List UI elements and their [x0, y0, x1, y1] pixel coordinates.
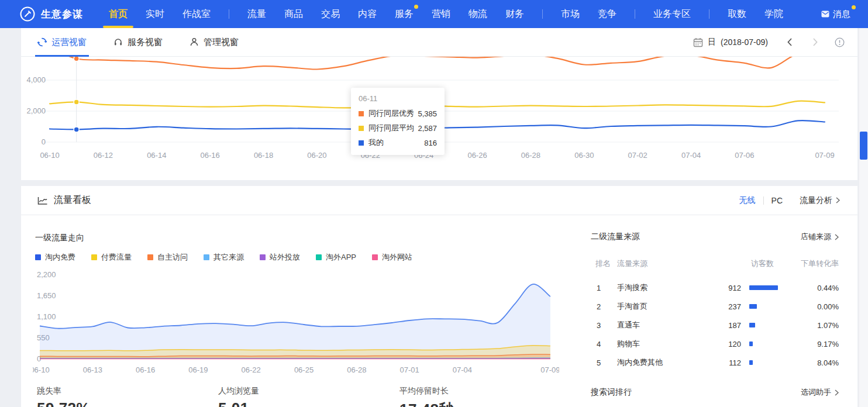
- visitors-bar: [749, 323, 755, 327]
- nav-item-data-fetch[interactable]: 取数: [728, 0, 746, 28]
- chart-tooltip: 06-11 同行同层优秀 5,385 同行同层平均 2,587 我的 816: [351, 88, 445, 155]
- tab-service-label: 服务视窗: [128, 37, 163, 48]
- date-picker[interactable]: 日 (2018-07-09): [693, 37, 768, 47]
- next-date-button[interactable]: [812, 37, 818, 47]
- table-row[interactable]: 3 直通车 187 1.07%: [591, 316, 839, 334]
- source-name-cell: 直通车: [617, 320, 708, 330]
- table-row[interactable]: 4 购物车 120 9.17%: [591, 334, 839, 353]
- metric-label: 人均浏览量: [218, 386, 259, 396]
- legend-item-external-app[interactable]: 淘外APP: [316, 252, 356, 263]
- svg-text:07-09: 07-09: [540, 365, 559, 374]
- flow-area-chart[interactable]: 05501,1001,6502,20006-1006-1306-1606-190…: [33, 268, 559, 379]
- nav-item-service[interactable]: 服务: [395, 0, 414, 28]
- tooltip-date: 06-11: [359, 94, 437, 103]
- page-scrollbar[interactable]: [859, 28, 868, 407]
- nav-item-competition[interactable]: 竞争: [598, 0, 616, 28]
- nav-message[interactable]: 消息: [821, 0, 850, 28]
- nav-item-home[interactable]: 首页: [109, 0, 128, 28]
- svg-text:07-04: 07-04: [681, 151, 701, 160]
- nav-item-goods[interactable]: 商品: [284, 0, 303, 28]
- filter-pc[interactable]: PC: [771, 196, 783, 205]
- legend-swatch: [316, 254, 322, 260]
- visitors-cell: 120: [708, 340, 741, 349]
- word-helper-link[interactable]: 选词助手: [801, 387, 839, 398]
- tooltip-row: 同行同层优秀 5,385: [359, 108, 437, 119]
- visitors-cell: 112: [708, 358, 741, 367]
- legend-swatch: [35, 254, 41, 260]
- conversion-cell: 9.17%: [793, 340, 839, 349]
- nav-item-business-zone[interactable]: 业务专区: [653, 0, 691, 28]
- nav-item-trade[interactable]: 交易: [321, 0, 340, 28]
- series-value: 816: [424, 139, 437, 147]
- series-name: 我的: [368, 137, 384, 148]
- nav-item-logistics[interactable]: 物流: [469, 0, 487, 28]
- legend-item-direct-visit[interactable]: 自主访问: [147, 252, 188, 263]
- svg-text:06-25: 06-25: [294, 365, 314, 374]
- metric-value: 17.48秒: [399, 399, 454, 407]
- prev-date-button[interactable]: [787, 37, 793, 47]
- flow-legend: 淘内免费 付费流量 自主访问 其它来源 站外投放 淘外APP 淘外网站: [35, 252, 412, 263]
- scrollbar-thumb[interactable]: [860, 132, 867, 160]
- legend-swatch: [204, 254, 209, 260]
- tab-operation-view[interactable]: 运营视窗: [37, 28, 87, 57]
- flow-chart-title: 一级流量走向: [35, 233, 84, 243]
- tooltip-row: 同行同层平均 2,587: [359, 123, 437, 133]
- source-panel-header: 二级流量来源 店铺来源: [591, 232, 839, 242]
- svg-text:06-14: 06-14: [147, 151, 166, 160]
- metric-avg-stay-time: 平均停留时长 17.48秒: [399, 386, 454, 407]
- visitors-bar-box: [749, 342, 793, 346]
- nav-item-finance[interactable]: 财务: [505, 0, 524, 28]
- rank-cell: 5: [591, 358, 617, 367]
- table-row[interactable]: 5 淘内免费其他 112 8.04%: [591, 353, 839, 372]
- tab-management-label: 管理视窗: [204, 37, 239, 48]
- date-mode-label: 日: [708, 37, 716, 47]
- line-chart-icon: [37, 195, 48, 206]
- nav-item-content[interactable]: 内容: [358, 0, 377, 28]
- legend-item-taonei-free[interactable]: 淘内免费: [35, 252, 75, 263]
- traffic-board-card: 流量看板 无线 PC 流量分析 一级流量走向 淘内免费 付费流量 自主访问 其它…: [21, 186, 857, 407]
- nav-item-marketing[interactable]: 营销: [432, 0, 450, 28]
- conversion-cell: 8.04%: [793, 358, 839, 367]
- source-name-cell: 淘内免费其他: [617, 357, 708, 368]
- legend-item-paid-traffic[interactable]: 付费流量: [91, 252, 132, 263]
- filter-wireless[interactable]: 无线: [739, 195, 756, 206]
- svg-text:0: 0: [42, 137, 46, 146]
- conversion-cell: 0.44%: [793, 284, 839, 292]
- legend-item-other-source[interactable]: 其它来源: [204, 252, 244, 263]
- metric-pages-per-visit: 人均浏览量 5.01: [218, 386, 259, 407]
- chevron-right-icon: [836, 197, 840, 204]
- table-row[interactable]: 1 手淘搜索 912 0.44%: [591, 278, 839, 297]
- svg-text:06-18: 06-18: [254, 151, 273, 160]
- visitors-bar-box: [749, 360, 793, 365]
- nav-item-academy[interactable]: 学院: [764, 0, 783, 28]
- metric-value: 5.01: [218, 399, 259, 407]
- tab-service-view[interactable]: 服务视窗: [113, 28, 163, 57]
- svg-text:06-20: 06-20: [307, 151, 326, 160]
- nav-item-warroom[interactable]: 作战室: [182, 0, 211, 28]
- traffic-analysis-link[interactable]: 流量分析: [800, 195, 840, 206]
- brand[interactable]: 生意参谋: [20, 6, 109, 22]
- nav-item-service-label: 服务: [395, 9, 414, 19]
- nav-item-realtime[interactable]: 实时: [146, 0, 164, 28]
- series-name: 同行同层平均: [368, 123, 414, 133]
- series-value: 5,385: [418, 109, 437, 118]
- nav-item-traffic[interactable]: 流量: [247, 0, 266, 28]
- legend-item-external-site[interactable]: 淘外网站: [372, 252, 412, 263]
- visitors-bar-box: [749, 304, 793, 309]
- column-rank: 排名: [591, 258, 617, 269]
- nav-item-market[interactable]: 市场: [561, 0, 580, 28]
- svg-text:06-22: 06-22: [242, 365, 261, 374]
- visitors-bar-box: [749, 323, 793, 327]
- table-row[interactable]: 2 手淘首页 237 0.00%: [591, 297, 839, 316]
- visitors-cell: 237: [708, 302, 741, 311]
- top-nav: 生意参谋 首页 实时 作战室 流量 商品 交易 内容 服务 营销 物流 财务 市…: [0, 0, 868, 28]
- info-icon[interactable]: [835, 37, 845, 47]
- shop-source-link[interactable]: 店铺来源: [801, 232, 839, 242]
- tab-management-view[interactable]: 管理视窗: [190, 28, 239, 57]
- visitors-cell: 912: [708, 284, 741, 292]
- svg-text:07-04: 07-04: [453, 365, 472, 374]
- metric-label: 跳失率: [37, 386, 90, 396]
- source-table: 1 手淘搜索 912 0.44% 2 手淘首页 237 0.00% 3 直通车 …: [591, 278, 839, 372]
- filter-separator: [763, 196, 764, 205]
- legend-item-offsite-ads[interactable]: 站外投放: [260, 252, 300, 263]
